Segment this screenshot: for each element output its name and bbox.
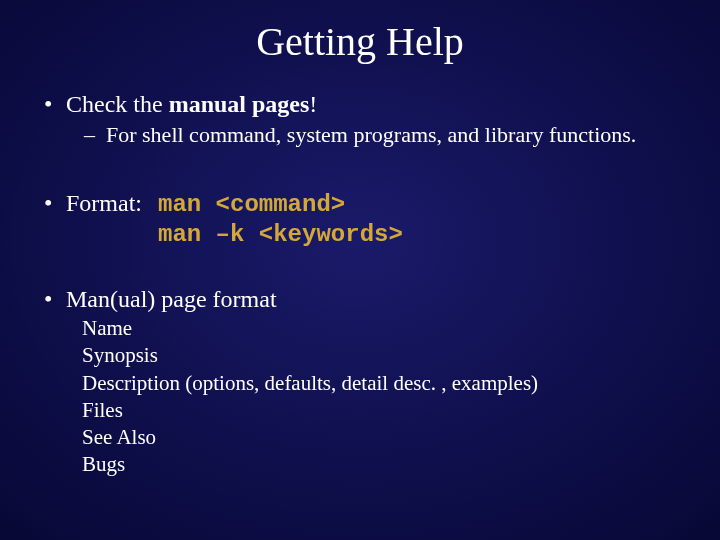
- list-item: Bugs: [82, 451, 680, 478]
- main-list: Check the manual pages! For shell comman…: [40, 91, 680, 479]
- slide-title: Getting Help: [40, 0, 680, 65]
- cmd-man-command: man <command>: [158, 191, 345, 218]
- format-label: Format:: [66, 190, 142, 216]
- sub1-item: For shell command, system programs, and …: [84, 122, 680, 148]
- bullet-format: Format: man <command> man –k <keywords>: [40, 190, 680, 250]
- list-item: Files: [82, 397, 680, 424]
- bullet-check-manual: Check the manual pages! For shell comman…: [40, 91, 680, 148]
- list-item: Description (options, defaults, detail d…: [82, 370, 680, 397]
- list-item: See Also: [82, 424, 680, 451]
- bullet1-bold: manual pages: [169, 91, 310, 117]
- bullet1-suffix: !: [309, 91, 317, 117]
- list-item: Synopsis: [82, 342, 680, 369]
- format-commands: man <command> man –k <keywords>: [158, 190, 403, 250]
- manpage-sections-list: Name Synopsis Description (options, defa…: [82, 315, 680, 479]
- sub-list-1: For shell command, system programs, and …: [84, 122, 680, 148]
- bullet1-prefix: Check the: [66, 91, 169, 117]
- list-item: Name: [82, 315, 680, 342]
- manpage-format-label: Man(ual) page format: [66, 286, 277, 312]
- bullet-manpage-format: Man(ual) page format Name Synopsis Descr…: [40, 286, 680, 479]
- cmd-man-keywords: man –k <keywords>: [158, 221, 403, 248]
